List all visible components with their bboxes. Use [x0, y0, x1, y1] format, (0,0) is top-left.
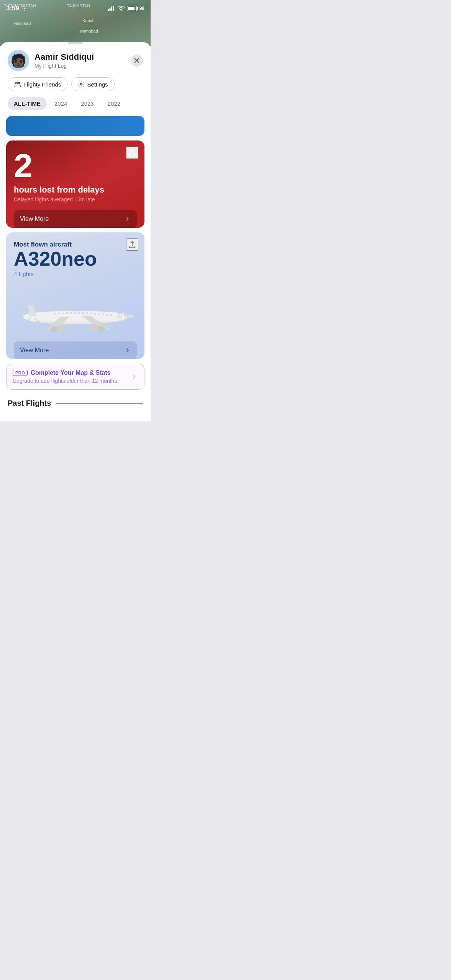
pro-chevron-icon — [130, 373, 138, 381]
svg-point-12 — [126, 314, 130, 317]
svg-rect-23 — [74, 312, 76, 314]
svg-rect-3 — [111, 7, 112, 11]
svg-point-15 — [51, 327, 56, 332]
svg-point-0 — [24, 8, 25, 9]
svg-rect-27 — [90, 313, 92, 314]
settings-label: Settings — [87, 81, 108, 88]
aircraft-chevron-right-icon — [125, 347, 131, 353]
friends-label: Flighty Friends — [23, 81, 61, 88]
svg-rect-28 — [94, 313, 96, 315]
status-time: 3:59 — [6, 5, 28, 12]
pro-badge: PRO — [13, 370, 28, 376]
pro-banner[interactable]: PRO Complete Your Map & Stats Upgrade to… — [6, 364, 144, 390]
past-flights-title: Past Flights — [8, 399, 51, 408]
user-name: Aamir Siddiqui — [34, 52, 94, 62]
svg-rect-32 — [110, 314, 112, 316]
aircraft-name: A320neo — [14, 248, 137, 270]
settings-icon — [78, 81, 85, 88]
tab-2022[interactable]: 2022 — [102, 97, 126, 110]
svg-point-17 — [98, 326, 104, 331]
aircraft-share-button[interactable] — [126, 238, 138, 251]
map-background: TURKMENISTAN TAJIKISTAN Mashhad Kabul Is… — [0, 0, 151, 46]
svg-point-9 — [80, 83, 82, 85]
battery-icon: 98 — [127, 6, 144, 11]
svg-point-13 — [123, 314, 126, 316]
map-label-islamabad: Islamabad — [79, 29, 98, 33]
tab-2023[interactable]: 2023 — [75, 97, 100, 110]
past-flights-line — [56, 403, 143, 404]
bottom-sheet: 🧑🏿 Aamir Siddiqui My Flight Log Fl — [0, 42, 151, 421]
map-label-kabul: Kabul — [82, 18, 93, 23]
svg-rect-20 — [62, 313, 64, 314]
past-flights-header: Past Flights — [0, 396, 151, 414]
avatar: 🧑🏿 — [8, 50, 29, 71]
svg-rect-24 — [78, 312, 80, 314]
signal-icon — [108, 6, 115, 11]
aircraft-label: Most flown aircraft — [14, 241, 137, 248]
tab-all-time[interactable]: ALL-TIME — [8, 97, 47, 110]
status-bar: 3:59 — [0, 0, 151, 14]
delay-sublabel: Delayed flights averaged 15m late — [14, 196, 137, 203]
svg-rect-25 — [82, 312, 84, 314]
delay-card: 2 hours lost from delays Delayed flights… — [6, 140, 144, 228]
map-label-mashhad: Mashhad — [13, 21, 31, 26]
delay-share-button[interactable] — [126, 147, 138, 159]
flighty-friends-button[interactable]: Flighty Friends — [8, 77, 67, 91]
delay-view-more-button[interactable]: View More — [14, 210, 137, 228]
svg-rect-4 — [113, 6, 114, 11]
svg-point-7 — [16, 82, 18, 84]
svg-rect-31 — [106, 314, 108, 315]
blue-card-partial — [6, 116, 144, 136]
settings-dot-icon — [21, 5, 28, 11]
header: 🧑🏿 Aamir Siddiqui My Flight Log — [0, 44, 151, 76]
aircraft-card: Most flown aircraft A320neo 4 flights — [6, 232, 144, 359]
friends-icon — [14, 81, 21, 88]
action-buttons: Flighty Friends Settings — [0, 76, 151, 97]
aircraft-image — [14, 281, 137, 338]
header-left: 🧑🏿 Aamir Siddiqui My Flight Log — [8, 50, 94, 71]
svg-rect-22 — [70, 312, 72, 314]
svg-rect-1 — [108, 9, 109, 11]
user-subtitle: My Flight Log — [34, 63, 94, 69]
pro-banner-content: PRO Complete Your Map & Stats Upgrade to… — [13, 369, 126, 384]
pro-badge-row: PRO Complete Your Map & Stats — [13, 369, 126, 376]
svg-rect-30 — [102, 314, 104, 315]
svg-rect-29 — [98, 314, 100, 315]
settings-button[interactable]: Settings — [71, 77, 114, 91]
wifi-icon — [118, 6, 125, 11]
tab-2024[interactable]: 2024 — [48, 97, 73, 110]
svg-rect-2 — [109, 8, 110, 11]
aircraft-view-more-button[interactable]: View More — [14, 341, 137, 359]
svg-point-8 — [18, 82, 20, 84]
svg-rect-19 — [58, 313, 60, 314]
delay-label: hours lost from delays — [14, 185, 137, 195]
aircraft-flights: 4 flights — [14, 271, 137, 277]
user-info: Aamir Siddiqui My Flight Log — [34, 52, 94, 69]
svg-rect-18 — [54, 313, 56, 315]
pro-subtitle: Upgrade to add flights older than 12 mon… — [13, 378, 126, 384]
chevron-right-icon — [125, 216, 131, 222]
svg-rect-26 — [86, 312, 88, 314]
airplane-illustration — [14, 292, 137, 338]
close-button[interactable] — [131, 54, 143, 67]
period-tabs: ALL-TIME 2024 2023 2022 — [0, 97, 151, 116]
delay-number: 2 — [14, 150, 137, 182]
pro-title: Complete Your Map & Stats — [31, 369, 110, 376]
status-icons: 98 — [108, 6, 144, 11]
svg-rect-21 — [66, 312, 68, 314]
